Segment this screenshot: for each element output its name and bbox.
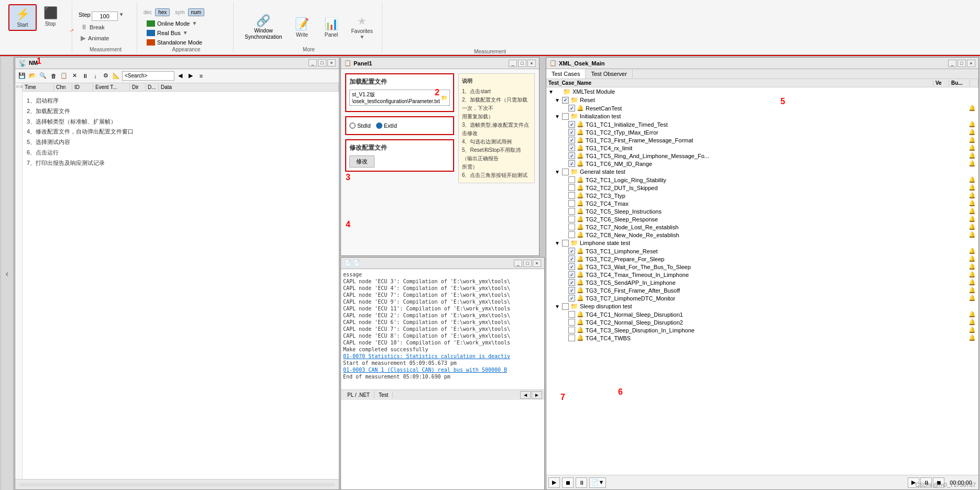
stdid-radio[interactable]: StdId [349, 122, 371, 129]
favorites-dropdown[interactable]: ▼ [359, 34, 365, 40]
window-sync-button[interactable]: 🔗 WindowSynchronization [241, 12, 285, 42]
xml-footer-stop[interactable]: ⏹ [562, 477, 574, 488]
tree-item-tc4[interactable]: ✓🔔TG1_TC4_rx_limit🔔 [546, 144, 978, 152]
filepath-browse-button[interactable]: 📁 [441, 95, 447, 101]
tree-item-tg3tc6[interactable]: ✓🔔TG3_TC6_First_Frame_After_Busoff🔔 [546, 286, 978, 294]
panel1-maximize[interactable]: □ [518, 60, 526, 67]
nm-tb-open[interactable]: 📂 [28, 71, 37, 81]
break-button[interactable]: ⏸ Break [79, 22, 133, 32]
log-nav-right[interactable]: ► [532, 391, 542, 399]
step-input[interactable] [92, 12, 118, 21]
collapse-left-button[interactable]: ‹ [1, 57, 14, 490]
tree-check-limphone-state[interactable] [562, 240, 569, 247]
xml-close[interactable]: × [967, 60, 975, 67]
tree-item-resetcantest[interactable]: ✓🔔ResetCanTest🔔 [546, 104, 978, 112]
log-line-14[interactable]: 01-0003 CAN 1 (Classical CAN) real bus w… [343, 366, 542, 373]
real-bus-button[interactable]: Real Bus ▼ [144, 29, 229, 37]
stop-button[interactable]: ⬛ Stop [39, 4, 62, 29]
tree-item-tg3tc4[interactable]: ✓🔔TG3_TC4_Tmax_Timeout_In_Limphone🔔 [546, 271, 978, 279]
tree-check-tg2tc4[interactable] [568, 200, 575, 207]
nm-maximize[interactable]: □ [318, 59, 326, 66]
tree-toggle-sleep-disrupt[interactable]: ▼ [555, 304, 562, 309]
write-button[interactable]: 📝 Write [290, 15, 315, 40]
nm-tb-pause[interactable]: ⏸ [80, 71, 90, 81]
tree-check-tc4[interactable]: ✓ [568, 144, 575, 151]
tree-item-tc3[interactable]: ✓🔔TG1_TC3_First_Frame_Message_Format🔔 [546, 136, 978, 144]
tree-check-sleep-disrupt[interactable] [562, 303, 569, 310]
log-maximize[interactable]: □ [523, 260, 532, 267]
nm-tb-options[interactable]: ⚙ [101, 71, 111, 81]
nm-tb-copy[interactable]: 📋 [59, 71, 69, 81]
tree-item-tg3tc5[interactable]: ✓🔔TG3_TC5_SendAPP_In_Limphone🔔 [546, 279, 978, 286]
tree-item-tg2tc2[interactable]: 🔔TG2_TC2_DUT_Is_Skipped🔔 [546, 184, 978, 192]
tree-check-tc1[interactable]: ✓ [568, 121, 575, 128]
tree-item-tg3tc1[interactable]: ✓🔔TG3_TC1_Limphone_Reset🔔 [546, 247, 978, 255]
log-close[interactable]: × [533, 260, 541, 267]
tree-item-tc5[interactable]: ✓🔔TG1_TC5_Ring_And_Limphone_Message_Fo..… [546, 152, 978, 160]
tree-check-tg2tc6[interactable] [568, 216, 575, 222]
tab-test-cases[interactable]: Test Cases [546, 69, 586, 79]
nm-tb-settings[interactable]: 📐 [112, 71, 121, 81]
tree-check-reset[interactable]: ✓ [562, 97, 569, 104]
log-tab-pl-net[interactable]: PL / .NET [343, 392, 375, 398]
tree-item-tg4tc3[interactable]: 🔔TG4_TC3_Sleep_Disruption_In_Limphone🔔 [546, 326, 978, 334]
tree-item-general-state[interactable]: ▼📁General state test [546, 168, 978, 176]
panel1-minimize[interactable]: _ [509, 60, 517, 67]
tree-item-tg3tc7[interactable]: ✓🔔TG3_TC7_LimphomeDTC_Monitor🔔 [546, 294, 978, 302]
xml-footer-pause[interactable]: ⏸ [576, 477, 587, 488]
tree-item-tg2tc6[interactable]: 🔔TG2_TC6_Sleep_Response🔔 [546, 215, 978, 223]
tree-check-init-test[interactable] [562, 113, 569, 120]
tree-check-tg4tc1[interactable] [568, 311, 575, 318]
tree-item-tc1[interactable]: ✓🔔TG1_TC1_Initialize_Timed_Test🔔 [546, 120, 978, 128]
nm-search-input[interactable] [122, 71, 174, 81]
tree-item-init-test[interactable]: ▼📁Initialization test [546, 112, 978, 120]
tree-item-tg4tc4[interactable]: 🔔TG4_TC4_TWBS🔔 [546, 334, 978, 342]
tree-check-tg2tc1[interactable] [568, 176, 575, 183]
tree-check-tg2tc5[interactable] [568, 208, 575, 215]
tree-check-tg4tc4[interactable] [568, 335, 575, 341]
nm-tb-autoscroll[interactable]: ↓ [91, 71, 100, 81]
xml-footer-report[interactable]: 📄▼ [589, 477, 606, 488]
step-dropdown[interactable]: ▼ [119, 12, 124, 21]
tree-check-tg4tc2[interactable] [568, 319, 575, 326]
tree-check-tg3tc5[interactable]: ✓ [568, 279, 575, 286]
tree-check-tg3tc4[interactable]: ✓ [568, 271, 575, 278]
modify-button[interactable]: 修改 [349, 155, 375, 168]
tree-toggle-init-test[interactable]: ▼ [555, 114, 562, 119]
log-minimize[interactable]: _ [514, 260, 522, 267]
nm-scrollbar[interactable] [19, 483, 335, 486]
nm-tb-clear[interactable]: 🗑 [49, 71, 58, 81]
hex-button[interactable]: hex [155, 8, 170, 16]
tree-check-tc5[interactable]: ✓ [568, 152, 575, 159]
tree-check-tc3[interactable]: ✓ [568, 137, 575, 143]
tree-toggle-xmltest-module[interactable]: ▼ [548, 89, 556, 95]
tree-check-tg3tc2[interactable]: ✓ [568, 255, 575, 262]
tree-item-tg4tc1[interactable]: 🔔TG4_TC1_Normal_Sleep_Disruption1🔔 [546, 310, 978, 318]
nm-minimize[interactable]: _ [309, 59, 317, 66]
tree-item-tc6[interactable]: ✓🔔TG1_TC6_NM_ID_Range🔔 [546, 160, 978, 168]
tree-item-tg2tc4[interactable]: 🔔TG2_TC4_Tmax🔔 [546, 199, 978, 207]
standalone-mode-button[interactable]: Standalone Mode [144, 38, 229, 47]
nm-tb-view[interactable]: ≡ [196, 71, 206, 81]
tree-item-tg4tc2[interactable]: 🔔TG4_TC2_Normal_Sleep_Disruption2🔔 [546, 318, 978, 326]
nm-close[interactable]: × [327, 59, 336, 66]
nm-tb-search-prev[interactable]: ◀ [175, 71, 185, 81]
tree-check-tg4tc3[interactable] [568, 327, 575, 333]
log-line-12[interactable]: 01-0070 Statistics: Statistics calculati… [343, 353, 542, 360]
real-bus-dropdown[interactable]: ▼ [183, 30, 188, 36]
tree-item-tg2tc3[interactable]: 🔔TG2_TC3_Ttyp🔔 [546, 192, 978, 199]
tree-check-tg3tc7[interactable]: ✓ [568, 295, 575, 302]
panel1-close[interactable]: × [527, 60, 536, 67]
log-tab-test[interactable]: Test [375, 392, 393, 398]
xml-footer-run[interactable]: ▶ [548, 477, 560, 488]
tree-item-tg2tc1[interactable]: 🔔TG2_TC1_Logic_Ring_Stability🔔 [546, 176, 978, 184]
tree-item-tg3tc2[interactable]: ✓🔔TG3_TC2_Prepare_For_Sleep🔔 [546, 255, 978, 263]
tree-item-sleep-disrupt[interactable]: ▼📁Sleep disruption test [546, 302, 978, 310]
xml-maximize[interactable]: □ [957, 60, 966, 67]
tree-check-tc6[interactable]: ✓ [568, 160, 575, 167]
tree-check-tg3tc6[interactable]: ✓ [568, 287, 575, 294]
panel-button[interactable]: 📊 Panel [319, 15, 344, 40]
extid-radio[interactable]: ExtId [376, 122, 397, 129]
tree-item-tg2tc8[interactable]: 🔔TG2_TC8_New_Node_Re_establish🔔 [546, 231, 978, 239]
tree-toggle-limphone-state[interactable]: ▼ [555, 240, 562, 246]
